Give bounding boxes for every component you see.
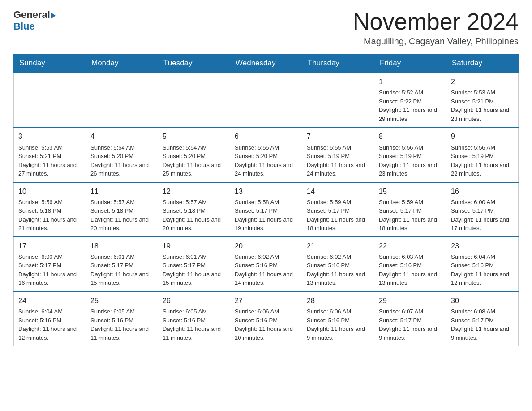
day-info: Sunrise: 5:52 AM Sunset: 5:22 PM Dayligh… [379, 88, 442, 123]
calendar-day-cell: 29Sunrise: 6:07 AM Sunset: 5:17 PM Dayli… [374, 291, 446, 346]
day-info: Sunrise: 5:56 AM Sunset: 5:19 PM Dayligh… [451, 143, 514, 178]
calendar-day-cell: 27Sunrise: 6:06 AM Sunset: 5:16 PM Dayli… [230, 291, 302, 346]
calendar-day-cell: 12Sunrise: 5:57 AM Sunset: 5:18 PM Dayli… [158, 182, 230, 237]
day-info: Sunrise: 5:55 AM Sunset: 5:19 PM Dayligh… [307, 143, 369, 178]
calendar-week-row: 10Sunrise: 5:56 AM Sunset: 5:18 PM Dayli… [14, 182, 519, 237]
calendar-day-cell: 13Sunrise: 5:58 AM Sunset: 5:17 PM Dayli… [230, 182, 302, 237]
calendar-day-cell [158, 73, 230, 127]
day-number: 3 [18, 131, 81, 141]
logo-arrow-icon [51, 13, 56, 19]
calendar-day-cell [302, 73, 374, 127]
day-info: Sunrise: 6:00 AM Sunset: 5:17 PM Dayligh… [18, 253, 81, 287]
calendar-day-cell: 25Sunrise: 6:05 AM Sunset: 5:16 PM Dayli… [86, 291, 158, 346]
day-number: 1 [379, 77, 442, 87]
day-number: 15 [379, 186, 442, 197]
calendar-day-cell: 15Sunrise: 5:59 AM Sunset: 5:17 PM Dayli… [374, 182, 446, 237]
calendar-day-cell [14, 73, 86, 127]
day-number: 23 [451, 241, 514, 251]
day-number: 27 [235, 295, 297, 306]
calendar-day-cell: 26Sunrise: 6:05 AM Sunset: 5:16 PM Dayli… [158, 291, 230, 346]
calendar-day-cell: 18Sunrise: 6:01 AM Sunset: 5:17 PM Dayli… [86, 237, 158, 291]
calendar-day-cell: 28Sunrise: 6:06 AM Sunset: 5:16 PM Dayli… [302, 291, 374, 346]
location-subtitle: Maguilling, Cagayan Valley, Philippines [353, 36, 519, 47]
day-info: Sunrise: 5:58 AM Sunset: 5:17 PM Dayligh… [235, 198, 297, 233]
calendar-week-row: 17Sunrise: 6:00 AM Sunset: 5:17 PM Dayli… [14, 237, 519, 291]
calendar-day-cell: 14Sunrise: 5:59 AM Sunset: 5:17 PM Dayli… [302, 182, 374, 237]
day-number: 4 [90, 131, 153, 141]
calendar-day-cell [86, 73, 158, 127]
day-number: 13 [235, 186, 297, 197]
day-info: Sunrise: 6:02 AM Sunset: 5:16 PM Dayligh… [235, 253, 297, 287]
day-info: Sunrise: 5:53 AM Sunset: 5:21 PM Dayligh… [18, 143, 81, 178]
calendar-day-cell: 3Sunrise: 5:53 AM Sunset: 5:21 PM Daylig… [14, 127, 86, 182]
calendar-day-cell: 24Sunrise: 6:04 AM Sunset: 5:16 PM Dayli… [14, 291, 86, 346]
calendar-day-cell: 11Sunrise: 5:57 AM Sunset: 5:18 PM Dayli… [86, 182, 158, 237]
day-number: 7 [307, 131, 369, 141]
calendar-day-cell: 2Sunrise: 5:53 AM Sunset: 5:21 PM Daylig… [446, 73, 519, 127]
day-info: Sunrise: 6:05 AM Sunset: 5:16 PM Dayligh… [163, 307, 225, 342]
day-info: Sunrise: 6:08 AM Sunset: 5:17 PM Dayligh… [451, 307, 514, 342]
calendar-table: SundayMondayTuesdayWednesdayThursdayFrid… [13, 54, 519, 346]
calendar-day-cell: 21Sunrise: 6:02 AM Sunset: 5:16 PM Dayli… [302, 237, 374, 291]
day-info: Sunrise: 6:04 AM Sunset: 5:16 PM Dayligh… [18, 307, 81, 342]
day-number: 22 [379, 241, 442, 251]
day-number: 26 [163, 295, 225, 306]
calendar-day-cell: 17Sunrise: 6:00 AM Sunset: 5:17 PM Dayli… [14, 237, 86, 291]
day-info: Sunrise: 6:04 AM Sunset: 5:16 PM Dayligh… [451, 253, 514, 287]
day-info: Sunrise: 5:57 AM Sunset: 5:18 PM Dayligh… [163, 198, 225, 233]
day-number: 8 [379, 131, 442, 141]
day-of-week-header: Sunday [14, 54, 86, 73]
day-number: 14 [307, 186, 369, 197]
page-header: General Blue November 2024 Maguilling, C… [13, 9, 519, 47]
day-number: 10 [18, 186, 81, 197]
day-of-week-header: Wednesday [230, 54, 302, 73]
day-of-week-header: Thursday [302, 54, 374, 73]
day-number: 17 [18, 241, 81, 251]
calendar-header-row: SundayMondayTuesdayWednesdayThursdayFrid… [14, 54, 519, 73]
day-info: Sunrise: 6:02 AM Sunset: 5:16 PM Dayligh… [307, 253, 369, 287]
day-number: 25 [90, 295, 153, 306]
calendar-day-cell: 19Sunrise: 6:01 AM Sunset: 5:17 PM Dayli… [158, 237, 230, 291]
calendar-week-row: 24Sunrise: 6:04 AM Sunset: 5:16 PM Dayli… [14, 291, 519, 346]
calendar-day-cell: 7Sunrise: 5:55 AM Sunset: 5:19 PM Daylig… [302, 127, 374, 182]
day-number: 20 [235, 241, 297, 251]
day-number: 11 [90, 186, 153, 197]
day-info: Sunrise: 5:53 AM Sunset: 5:21 PM Dayligh… [451, 88, 514, 123]
day-info: Sunrise: 5:57 AM Sunset: 5:18 PM Dayligh… [90, 198, 153, 233]
calendar-day-cell: 4Sunrise: 5:54 AM Sunset: 5:20 PM Daylig… [86, 127, 158, 182]
day-info: Sunrise: 6:03 AM Sunset: 5:16 PM Dayligh… [379, 253, 442, 287]
day-number: 18 [90, 241, 153, 251]
day-number: 30 [451, 295, 514, 306]
day-number: 9 [451, 131, 514, 141]
day-number: 2 [451, 77, 514, 87]
day-number: 29 [379, 295, 442, 306]
day-number: 19 [163, 241, 225, 251]
logo-blue: Blue [13, 21, 56, 32]
day-info: Sunrise: 6:05 AM Sunset: 5:16 PM Dayligh… [90, 307, 153, 342]
day-info: Sunrise: 5:54 AM Sunset: 5:20 PM Dayligh… [90, 143, 153, 178]
calendar-week-row: 1Sunrise: 5:52 AM Sunset: 5:22 PM Daylig… [14, 73, 519, 127]
day-of-week-header: Tuesday [158, 54, 230, 73]
day-number: 21 [307, 241, 369, 251]
logo-general: General [13, 9, 50, 21]
calendar-day-cell: 30Sunrise: 6:08 AM Sunset: 5:17 PM Dayli… [446, 291, 519, 346]
day-info: Sunrise: 6:07 AM Sunset: 5:17 PM Dayligh… [379, 307, 442, 342]
calendar-day-cell: 23Sunrise: 6:04 AM Sunset: 5:16 PM Dayli… [446, 237, 519, 291]
day-of-week-header: Monday [86, 54, 158, 73]
day-number: 24 [18, 295, 81, 306]
day-number: 6 [235, 131, 297, 141]
calendar-day-cell: 9Sunrise: 5:56 AM Sunset: 5:19 PM Daylig… [446, 127, 519, 182]
calendar-day-cell: 8Sunrise: 5:56 AM Sunset: 5:19 PM Daylig… [374, 127, 446, 182]
day-info: Sunrise: 5:59 AM Sunset: 5:17 PM Dayligh… [379, 198, 442, 233]
calendar-day-cell [230, 73, 302, 127]
day-info: Sunrise: 6:06 AM Sunset: 5:16 PM Dayligh… [307, 307, 369, 342]
day-info: Sunrise: 6:00 AM Sunset: 5:17 PM Dayligh… [451, 198, 514, 233]
calendar-day-cell: 1Sunrise: 5:52 AM Sunset: 5:22 PM Daylig… [374, 73, 446, 127]
calendar-day-cell: 16Sunrise: 6:00 AM Sunset: 5:17 PM Dayli… [446, 182, 519, 237]
calendar-week-row: 3Sunrise: 5:53 AM Sunset: 5:21 PM Daylig… [14, 127, 519, 182]
day-number: 28 [307, 295, 369, 306]
day-info: Sunrise: 5:56 AM Sunset: 5:18 PM Dayligh… [18, 198, 81, 233]
day-number: 5 [163, 131, 225, 141]
calendar-day-cell: 10Sunrise: 5:56 AM Sunset: 5:18 PM Dayli… [14, 182, 86, 237]
day-info: Sunrise: 5:54 AM Sunset: 5:20 PM Dayligh… [163, 143, 225, 178]
